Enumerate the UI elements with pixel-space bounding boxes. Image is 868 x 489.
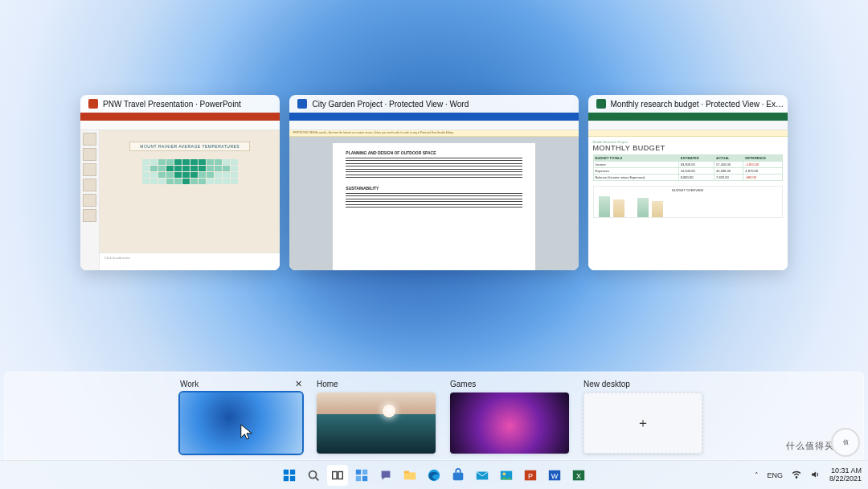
window-title-bar: City Garden Project · Protected View · W…: [289, 95, 578, 113]
doc-heading-1: PLANNING AND DESIGN OF OUTDOOR SPACE: [346, 150, 522, 156]
close-icon[interactable]: ✕: [295, 379, 302, 389]
photos-icon[interactable]: [496, 465, 517, 486]
svg-line-5: [316, 477, 319, 480]
search-icon[interactable]: [303, 465, 324, 486]
slide-title: MOUNT RAINIER AVERAGE TEMPERATURES: [129, 142, 250, 151]
window-card-powerpoint[interactable]: PNW Travel Presentation · PowerPoint MOU…: [80, 95, 280, 270]
virtual-desktop-work[interactable]: Work ✕: [180, 378, 302, 454]
widgets-icon[interactable]: [351, 465, 372, 486]
svg-point-4: [309, 471, 317, 478]
window-thumbnail: MOUNT RAINIER AVERAGE TEMPERATURES Click…: [80, 113, 280, 270]
window-card-word[interactable]: City Garden Project · Protected View · W…: [289, 95, 578, 270]
vd-label: Games: [450, 380, 476, 388]
svg-rect-2: [284, 475, 289, 480]
workbook-title: MONTHLY BUDGET: [593, 144, 783, 152]
watermark-text: 什么值得买: [786, 440, 834, 452]
svg-point-25: [796, 476, 796, 477]
vd-thumbnail: [180, 392, 302, 454]
svg-rect-8: [356, 469, 361, 474]
svg-rect-1: [290, 469, 295, 474]
task-view-icon[interactable]: [327, 465, 348, 486]
svg-rect-6: [333, 471, 337, 479]
add-desktop-button[interactable]: ＋: [583, 392, 702, 454]
taskbar: P W X ˄ ENG 10:31 AM 8/22/2021: [0, 460, 868, 489]
mail-icon[interactable]: [472, 465, 493, 486]
edge-icon[interactable]: [424, 465, 444, 486]
vd-thumbnail: [317, 392, 436, 454]
new-virtual-desktop[interactable]: New desktop ＋: [583, 378, 702, 454]
vd-label: Home: [317, 380, 338, 388]
window-title: PNW Travel Presentation · PowerPoint: [103, 100, 241, 109]
wifi-icon[interactable]: [791, 469, 802, 482]
window-thumbnail: Health Research Project MONTHLY BUDGET B…: [588, 113, 788, 270]
powerpoint-icon[interactable]: P: [520, 465, 541, 486]
window-title-bar: PNW Travel Presentation · PowerPoint: [80, 95, 280, 113]
window-title: Monthly research budget · Protected View…: [611, 100, 784, 109]
slide-notes-placeholder: Click to add notes: [100, 253, 280, 270]
plus-icon: ＋: [637, 415, 649, 432]
doc-heading-2: SUSTAINABILITY: [346, 185, 522, 191]
powerpoint-icon: [88, 99, 98, 109]
svg-text:W: W: [551, 471, 559, 479]
svg-rect-9: [362, 469, 367, 474]
svg-rect-0: [284, 469, 289, 474]
store-icon[interactable]: [448, 465, 469, 486]
vd-label: New desktop: [583, 380, 630, 388]
word-icon: [297, 99, 307, 109]
tray-language[interactable]: ENG: [767, 471, 783, 479]
explorer-icon[interactable]: [399, 465, 420, 486]
budget-overview-chart: BUDGET OVERVIEW: [593, 186, 783, 218]
protected-view-banner: PROTECTED VIEW Be careful—files from the…: [289, 130, 578, 137]
chat-icon[interactable]: [375, 465, 396, 486]
svg-rect-10: [356, 475, 361, 480]
svg-rect-3: [290, 475, 295, 480]
chevron-up-icon[interactable]: ˄: [755, 471, 759, 479]
taskbar-center-icons: P W X: [279, 465, 589, 486]
window-title-bar: Monthly research budget · Protected View…: [588, 95, 788, 113]
window-card-excel[interactable]: Monthly research budget · Protected View…: [588, 95, 788, 270]
svg-rect-13: [404, 471, 409, 473]
vd-thumbnail: [450, 392, 569, 454]
excel-icon: [596, 99, 606, 109]
word-icon[interactable]: W: [544, 465, 565, 486]
vd-label: Work: [180, 380, 199, 388]
cursor-icon: [240, 423, 254, 441]
volume-icon[interactable]: [810, 469, 821, 482]
budget-table: BUDGET TOTALS ESTIMATED ACTUAL DIFFERENC…: [593, 154, 783, 181]
svg-rect-15: [453, 472, 464, 480]
svg-point-18: [503, 472, 506, 475]
virtual-desktop-games[interactable]: Games: [450, 378, 569, 454]
system-tray: ˄ ENG 10:31 AM 8/22/2021: [755, 461, 862, 489]
watermark-badge: 值: [831, 428, 860, 457]
start-icon[interactable]: [279, 465, 300, 486]
window-title: City Garden Project · Protected View · W…: [312, 100, 469, 109]
tray-clock[interactable]: 10:31 AM 8/22/2021: [829, 467, 862, 483]
svg-rect-12: [404, 472, 416, 479]
protected-view-banner: [588, 130, 788, 137]
window-thumbnail: PROTECTED VIEW Be careful—files from the…: [289, 113, 578, 270]
excel-icon[interactable]: X: [568, 465, 589, 486]
virtual-desktops-tray: Work ✕ Home Games New desktop ＋: [4, 372, 864, 460]
svg-rect-7: [338, 471, 342, 479]
svg-text:X: X: [576, 471, 581, 479]
task-view-window-row: PNW Travel Presentation · PowerPoint MOU…: [0, 95, 868, 270]
svg-text:P: P: [528, 471, 533, 479]
svg-rect-11: [362, 475, 367, 480]
virtual-desktop-home[interactable]: Home: [317, 378, 436, 454]
